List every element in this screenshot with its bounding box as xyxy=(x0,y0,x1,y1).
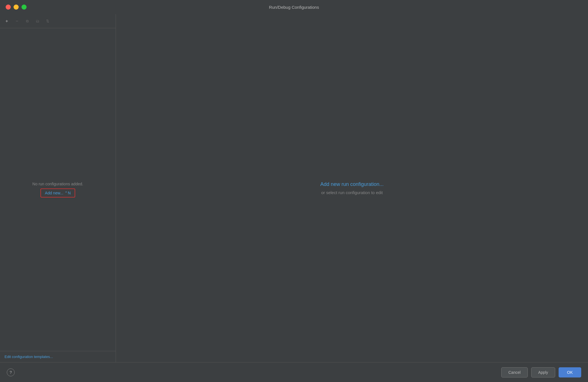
copy-config-button[interactable]: ⧉ xyxy=(23,17,31,25)
ok-button[interactable]: OK xyxy=(559,367,581,377)
title-bar: Run/Debug Configurations xyxy=(0,0,588,14)
add-config-button[interactable]: + xyxy=(3,17,11,25)
move-to-folder-button[interactable]: 🗂 xyxy=(33,17,41,25)
close-button[interactable] xyxy=(6,5,11,10)
help-button[interactable]: ? xyxy=(7,368,15,376)
footer: ? Cancel Apply OK xyxy=(0,362,588,382)
maximize-button[interactable] xyxy=(21,5,27,10)
main-content: + − ⧉ 🗂 ⇅ No run configurations added. A xyxy=(0,14,588,362)
window-controls xyxy=(6,5,27,10)
sort-icon: ⇅ xyxy=(46,19,49,23)
copy-icon: ⧉ xyxy=(26,19,29,23)
add-config-link[interactable]: Add new run configuration... xyxy=(320,181,384,187)
minimize-button[interactable] xyxy=(14,5,19,10)
or-select-text: or select run configuration to edit xyxy=(321,190,383,195)
config-toolbar: + − ⧉ 🗂 ⇅ xyxy=(0,14,116,28)
edit-templates-link[interactable]: Edit configuration templates... xyxy=(0,351,116,362)
plus-icon: + xyxy=(5,19,8,24)
cancel-button[interactable]: Cancel xyxy=(501,367,528,377)
remove-config-button[interactable]: − xyxy=(13,17,21,25)
right-panel: Add new run configuration... or select r… xyxy=(116,14,588,362)
window-title: Run/Debug Configurations xyxy=(269,5,319,10)
apply-button[interactable]: Apply xyxy=(531,367,555,377)
footer-right: Cancel Apply OK xyxy=(501,367,581,377)
no-config-message: No run configurations added. xyxy=(33,182,83,186)
left-panel: + − ⧉ 🗂 ⇅ No run configurations added. A xyxy=(0,14,116,362)
minus-icon: − xyxy=(16,19,18,24)
left-panel-content: No run configurations added. Add new... … xyxy=(0,28,116,351)
sort-configs-button[interactable]: ⇅ xyxy=(44,17,51,25)
add-new-link[interactable]: Add new... ⌃N xyxy=(40,188,75,197)
folder-icon: 🗂 xyxy=(36,19,39,23)
footer-left: ? xyxy=(7,368,15,376)
dialog-body: + − ⧉ 🗂 ⇅ No run configurations added. A xyxy=(0,14,588,382)
